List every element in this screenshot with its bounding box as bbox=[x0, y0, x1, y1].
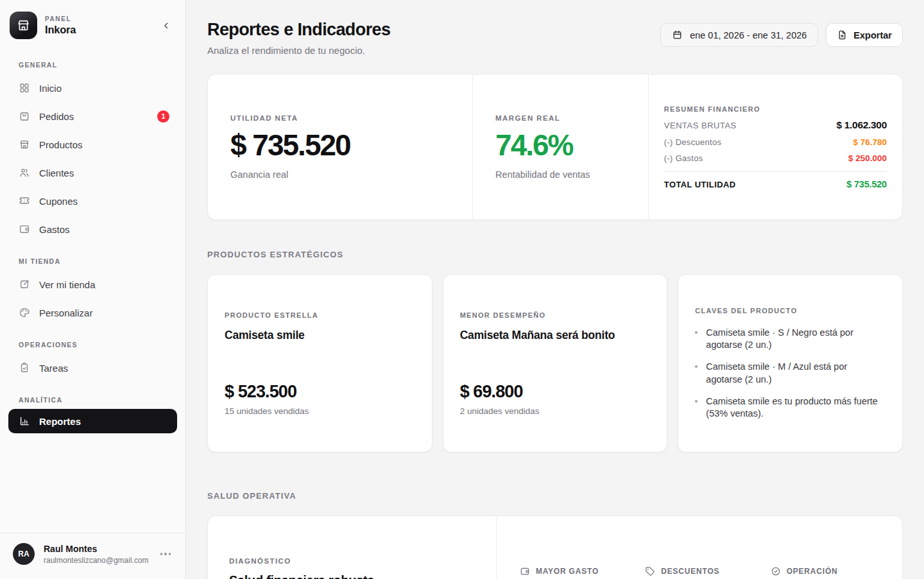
diagnosis-panel: DIAGNÓSTICO Salud financiera robusta bbox=[208, 516, 497, 579]
export-label: Exportar bbox=[853, 30, 892, 40]
external-link-icon bbox=[19, 279, 30, 290]
header-controls: ene 01, 2026 - ene 31, 2026 Exportar bbox=[660, 23, 903, 47]
ops-section-title: SALUD OPERATIVA bbox=[207, 491, 903, 501]
net-profit-value: $ 735.520 bbox=[230, 128, 450, 162]
summary-card: UTILIDAD NETA $ 735.520 Ganancia real MA… bbox=[207, 74, 903, 220]
date-range-value: ene 01, 2026 - ene 31, 2026 bbox=[690, 30, 807, 40]
total-label: TOTAL UTILIDAD bbox=[664, 180, 736, 189]
star-product-name: Camiseta smile bbox=[225, 329, 415, 342]
insight-text: Camiseta smile es tu producto más fuerte… bbox=[706, 395, 886, 420]
nav-section-label: GENERAL bbox=[19, 61, 167, 69]
calendar-icon bbox=[672, 30, 683, 40]
ops-stat-operaci-n: OPERACIÓN bbox=[771, 566, 896, 576]
brand-logo bbox=[10, 12, 37, 39]
insight-text: Camiseta smile · M / Azul está por agota… bbox=[706, 361, 886, 385]
star-product-label: PRODUCTO ESTRELLA bbox=[225, 311, 415, 319]
breakdown-row-label: VENTAS BRUTAS bbox=[664, 121, 737, 130]
date-range-picker[interactable]: ene 01, 2026 - ene 31, 2026 bbox=[660, 23, 818, 47]
notification-badge: 1 bbox=[157, 110, 169, 123]
main-header: Reportes e Indicadores Analiza el rendim… bbox=[207, 20, 903, 56]
bag-icon bbox=[19, 110, 30, 122]
total-value: $ 735.520 bbox=[846, 179, 887, 189]
breakdown-row-value: $ 250.000 bbox=[848, 153, 887, 163]
nav-section-label: OPERACIONES bbox=[19, 341, 167, 349]
store-icon bbox=[19, 139, 30, 150]
tag-icon bbox=[645, 566, 655, 576]
sidebar-item-label: Pedidos bbox=[39, 111, 74, 122]
sidebar-item-tareas[interactable]: Tareas bbox=[8, 354, 177, 382]
brand-name: Inkora bbox=[45, 24, 76, 36]
sidebar-nav: GENERALInicioPedidos1ProductosClientesCu… bbox=[0, 46, 185, 533]
export-button[interactable]: Exportar bbox=[826, 23, 903, 47]
worst-product-label: MENOR DESEMPEÑO bbox=[460, 311, 651, 319]
breakdown-row: (-) Gastos$ 250.000 bbox=[664, 153, 887, 163]
sidebar-item-cupones[interactable]: Cupones bbox=[8, 187, 177, 215]
ops-stats: MAYOR GASTODESCUENTOSOPERACIÓN bbox=[497, 516, 902, 579]
sidebar-item-reportes[interactable]: Reportes bbox=[8, 409, 177, 433]
sidebar-item-ver-mi-tienda[interactable]: Ver mi tienda bbox=[8, 270, 177, 298]
sidebar-item-pedidos[interactable]: Pedidos1 bbox=[8, 102, 177, 130]
main-content: Reportes e Indicadores Analiza el rendim… bbox=[186, 0, 924, 579]
user-footer: RA Raul Montes raulmonteslizcano@gmail.c… bbox=[0, 533, 185, 579]
nav-section-label: ANALÍTICA bbox=[19, 396, 167, 404]
bullet-dot bbox=[695, 365, 697, 368]
sidebar: PANEL Inkora GENERALInicioPedidos1Produc… bbox=[0, 0, 186, 579]
ops-stat-label: DESCUENTOS bbox=[661, 567, 719, 576]
sidebar-collapse-button[interactable] bbox=[157, 17, 175, 35]
sidebar-item-label: Cupones bbox=[39, 196, 78, 207]
diagnosis-label: DIAGNÓSTICO bbox=[229, 557, 475, 565]
net-profit-kpi: UTILIDAD NETA $ 735.520 Ganancia real bbox=[208, 74, 472, 220]
star-product-price: $ 523.500 bbox=[225, 382, 415, 402]
storefront-icon bbox=[16, 18, 31, 33]
star-product-card: PRODUCTO ESTRELLA Camiseta smile $ 523.5… bbox=[207, 274, 432, 453]
sidebar-item-label: Ver mi tienda bbox=[39, 279, 96, 290]
breakdown-row-label: (-) Descuentos bbox=[664, 137, 721, 147]
ops-stat-descuentos: DESCUENTOS bbox=[645, 566, 770, 576]
margin-value: 74.6% bbox=[495, 128, 626, 162]
worst-product-caption: 2 unidades vendidas bbox=[460, 406, 651, 416]
worst-product-card: MENOR DESEMPEÑO Camiseta Mañana será bon… bbox=[443, 274, 668, 453]
ops-stat-label: OPERACIÓN bbox=[787, 567, 838, 576]
nav-section-label: MI TIENDA bbox=[19, 257, 167, 265]
product-insights-card: CLAVES DEL PRODUCTO Camiseta smile · S /… bbox=[678, 274, 903, 453]
sidebar-item-label: Gastos bbox=[39, 224, 70, 235]
brand: PANEL Inkora bbox=[0, 0, 185, 46]
sidebar-item-inicio[interactable]: Inicio bbox=[8, 74, 177, 102]
wallet-icon bbox=[520, 566, 530, 576]
breakdown-row: VENTAS BRUTAS$ 1.062.300 bbox=[664, 119, 887, 131]
breakdown-rows: VENTAS BRUTAS$ 1.062.300(-) Descuentos$ … bbox=[664, 113, 887, 163]
star-product-caption: 15 unidades vendidas bbox=[225, 406, 415, 416]
sidebar-item-gastos[interactable]: Gastos bbox=[8, 215, 177, 243]
insight-item: Camiseta smile · M / Azul está por agota… bbox=[695, 361, 886, 385]
sidebar-item-productos[interactable]: Productos bbox=[8, 130, 177, 159]
products-section-title: PRODUCTOS ESTRATÉGICOS bbox=[207, 250, 903, 259]
breakdown-row-value: $ 1.062.300 bbox=[836, 119, 887, 131]
ops-stat-mayor-gasto: MAYOR GASTO bbox=[520, 566, 645, 576]
margin-kpi: MARGEN REAL 74.6% Rentabilidad de ventas bbox=[472, 74, 648, 220]
sidebar-item-label: Reportes bbox=[39, 416, 81, 427]
ellipsis-icon bbox=[160, 553, 171, 555]
net-profit-caption: Ganancia real bbox=[230, 169, 450, 180]
worst-product-name: Camiseta Mañana será bonito bbox=[460, 329, 651, 342]
page-subtitle: Analiza el rendimiento de tu negocio. bbox=[207, 45, 390, 56]
check-circle-icon bbox=[771, 566, 781, 576]
financial-breakdown: RESUMEN FINANCIERO VENTAS BRUTAS$ 1.062.… bbox=[648, 74, 902, 220]
bar-chart-icon bbox=[19, 415, 30, 427]
user-email: raulmonteslizcano@gmail.com bbox=[44, 556, 149, 565]
clipboard-check-icon bbox=[19, 362, 30, 374]
chevron-left-icon bbox=[161, 21, 171, 31]
ticket-icon bbox=[19, 195, 30, 207]
margin-label: MARGEN REAL bbox=[495, 114, 626, 122]
sidebar-item-label: Productos bbox=[39, 139, 83, 150]
insights-label: CLAVES DEL PRODUCTO bbox=[695, 307, 886, 315]
user-menu-button[interactable] bbox=[158, 550, 174, 558]
breakdown-total-row: TOTAL UTILIDAD $ 735.520 bbox=[664, 179, 887, 189]
breakdown-divider bbox=[664, 171, 887, 172]
sidebar-item-label: Tareas bbox=[39, 363, 68, 374]
file-text-icon bbox=[837, 30, 848, 40]
sidebar-item-clientes[interactable]: Clientes bbox=[8, 159, 177, 187]
sidebar-item-label: Personalizar bbox=[39, 307, 92, 318]
users-icon bbox=[19, 167, 30, 178]
sidebar-item-personalizar[interactable]: Personalizar bbox=[8, 298, 177, 327]
net-profit-label: UTILIDAD NETA bbox=[230, 114, 450, 122]
